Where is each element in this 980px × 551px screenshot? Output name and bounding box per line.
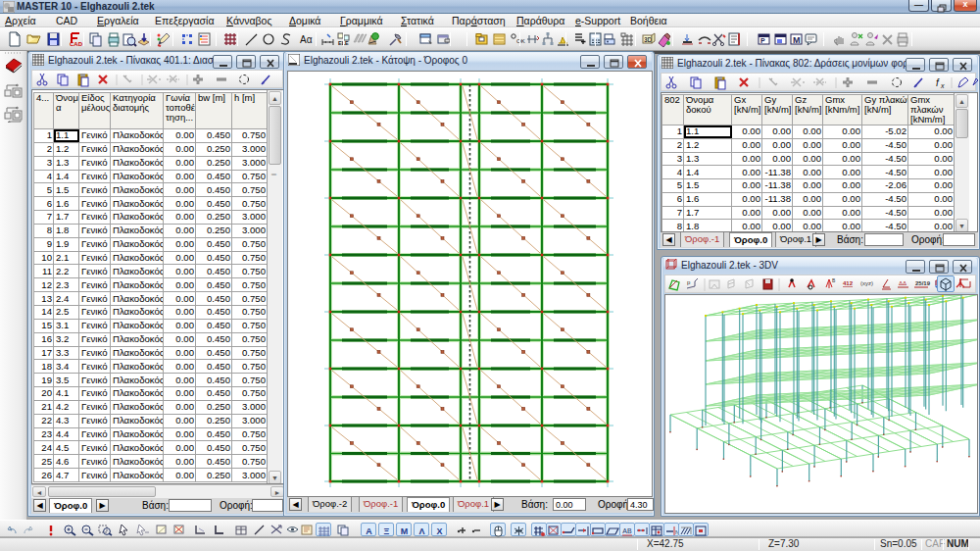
svg-text:B: B xyxy=(832,277,836,283)
svg-text:25/19: 25/19 xyxy=(915,280,931,286)
svg-text:f: f xyxy=(936,77,940,88)
svg-text:Aα: Aα xyxy=(300,34,313,45)
svg-text:Ξ: Ξ xyxy=(384,526,390,536)
svg-text:AB: AB xyxy=(622,527,632,534)
svg-text:3D: 3D xyxy=(644,36,653,43)
svg-text:M: M xyxy=(793,35,801,45)
svg-text:X: X xyxy=(436,526,442,536)
svg-text:412: 412 xyxy=(843,280,854,286)
svg-text:CAD: CAD xyxy=(70,41,83,47)
svg-text:x: x xyxy=(940,82,945,89)
svg-text:p: p xyxy=(687,279,691,285)
svg-text:ΔΔ: ΔΔ xyxy=(899,280,906,286)
svg-text:P: P xyxy=(760,37,765,44)
svg-text:M: M xyxy=(401,526,409,536)
svg-text:(xyz): (xyz) xyxy=(860,280,873,286)
svg-text:Λ: Λ xyxy=(418,526,424,536)
svg-text:A: A xyxy=(366,526,372,536)
